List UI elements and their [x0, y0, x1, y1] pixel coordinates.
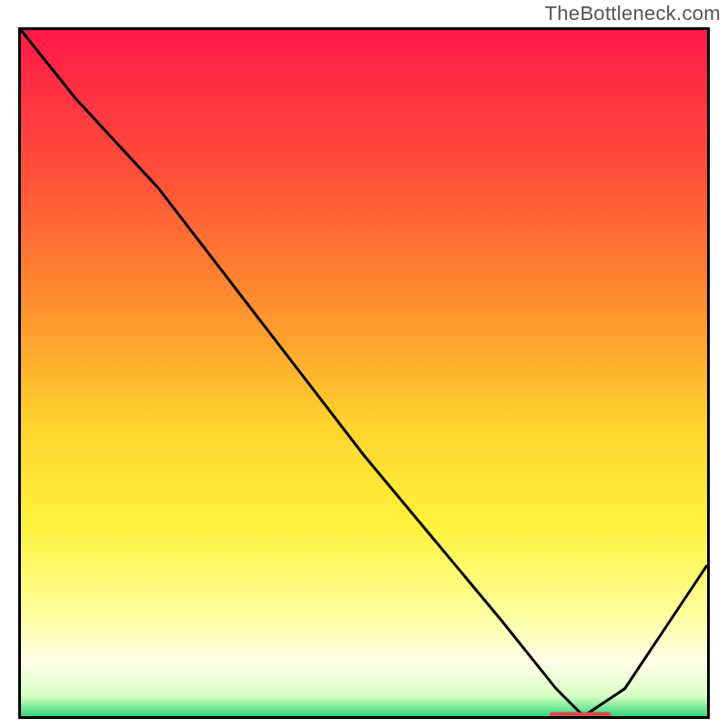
plot-svg — [21, 30, 707, 716]
watermark-text: TheBottleneck.com — [545, 2, 721, 25]
plot-area — [18, 27, 710, 719]
gradient-background — [21, 30, 707, 716]
optimal-range-marker — [550, 712, 612, 716]
chart-frame: TheBottleneck.com — [0, 0, 728, 728]
